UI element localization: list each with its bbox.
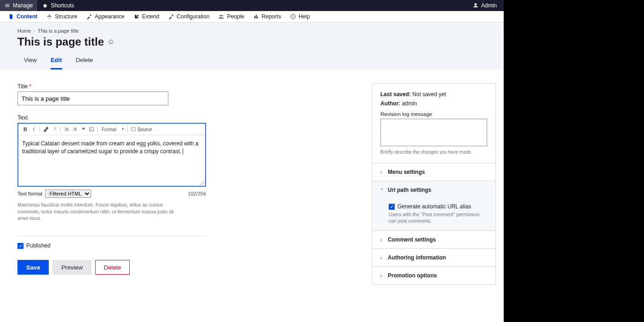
admin-user-link[interactable]: Admin	[468, 0, 501, 11]
manage-toggle[interactable]: Manage	[0, 0, 38, 11]
accordion-menu-settings[interactable]: › Menu settings	[372, 163, 495, 181]
accordion-url-path[interactable]: › Url path settings	[372, 181, 495, 199]
wrench-icon	[86, 14, 92, 19]
title-label: Title*	[17, 83, 206, 90]
accordion-comment-settings[interactable]: › Comment settings	[372, 230, 495, 248]
quote-button[interactable]: ❝	[79, 125, 87, 133]
sitemap-icon	[46, 14, 52, 19]
people-icon	[218, 14, 224, 19]
revision-log-hint: Briefly describe the changes you have ma…	[380, 150, 487, 155]
bold-button[interactable]: B	[21, 125, 29, 133]
hamburger-icon	[5, 3, 10, 8]
accordion-authoring[interactable]: › Authoring information	[372, 248, 495, 266]
menu-label: Help	[299, 13, 310, 20]
revision-log-label: Revision log message	[380, 111, 487, 117]
sidebar-panel: Last saved: Not saved yet Author: admin …	[372, 83, 496, 285]
text-format-select[interactable]: Filtered HTML	[45, 190, 91, 198]
barchart-icon	[253, 14, 259, 19]
checkbox-checked-icon: ✓	[389, 204, 395, 210]
unlink-button[interactable]	[50, 125, 58, 133]
menu-structure[interactable]: Structure	[42, 11, 82, 22]
save-button[interactable]: Save	[17, 260, 49, 275]
chevron-right-icon: ›	[34, 29, 35, 33]
menu-content[interactable]: Content	[4, 11, 42, 22]
file-icon	[8, 14, 14, 19]
page-title: This is page title	[17, 35, 104, 48]
admin-label: Admin	[481, 2, 497, 9]
italic-button[interactable]: I	[29, 125, 38, 133]
chevron-down-icon: ›	[380, 188, 385, 192]
menu-label: Configuration	[177, 13, 209, 20]
svg-point-3	[90, 128, 91, 129]
char-counter: 102/256	[188, 191, 206, 196]
resize-handle-icon[interactable]	[201, 181, 204, 185]
user-icon	[473, 3, 478, 8]
menu-extend[interactable]: Extend	[129, 11, 164, 22]
format-dropdown[interactable]: Format	[100, 126, 126, 133]
edit-form: Title* Text B I	[17, 83, 206, 285]
menu-label: Reports	[262, 13, 281, 20]
shortcuts-link[interactable]: Shortcuts	[38, 0, 79, 11]
preview-button[interactable]: Preview	[52, 260, 91, 275]
title-input[interactable]	[17, 92, 168, 105]
bullet-list-button[interactable]	[63, 125, 71, 133]
revision-log-input[interactable]	[380, 119, 487, 146]
manage-label: Manage	[13, 2, 33, 9]
chevron-right-icon: ›	[380, 169, 384, 175]
breadcrumb-home[interactable]: Home	[17, 28, 31, 34]
source-button[interactable]: Source	[130, 125, 153, 133]
chevron-right-icon: ›	[380, 255, 384, 260]
text-label: Text	[17, 115, 206, 121]
star-outline-icon[interactable]	[108, 39, 114, 45]
format-hint: Maecenas faucibus mollis interdum. Fusce…	[17, 201, 178, 222]
author: Author: admin	[380, 100, 487, 107]
url-path-body: ✓ Generate automatic URL alias Users wit…	[372, 199, 495, 230]
editor-toolbar: B I ❝	[18, 124, 205, 135]
text-format-label: Text format	[17, 191, 42, 196]
svg-text:?: ?	[292, 15, 294, 18]
menu-label: Structure	[55, 13, 77, 20]
menu-label: Extend	[142, 13, 159, 20]
accordion-promotion[interactable]: › Promotion options	[372, 266, 495, 284]
checkbox-checked-icon: ✓	[17, 243, 23, 249]
chevron-right-icon: ›	[380, 273, 384, 278]
link-button[interactable]	[42, 125, 50, 133]
menu-label: People	[227, 13, 244, 20]
black-sidebar-area	[504, 0, 644, 322]
star-icon	[42, 3, 48, 8]
rich-text-editor: B I ❝	[17, 123, 206, 187]
tab-edit[interactable]: Edit	[51, 53, 62, 69]
menu-configuration[interactable]: Configuration	[164, 11, 214, 22]
generate-alias-hint: Users with the "Post comment" permission…	[389, 212, 487, 224]
page-header: Home › This is a page title This is page…	[0, 23, 504, 69]
breadcrumb-current: This is a page title	[38, 28, 79, 34]
menu-appearance[interactable]: Appearance	[82, 11, 129, 22]
shortcuts-label: Shortcuts	[51, 2, 74, 9]
image-button[interactable]	[87, 125, 96, 133]
breadcrumb: Home › This is a page title	[17, 28, 486, 34]
generate-alias-checkbox[interactable]: ✓ Generate automatic URL alias	[389, 203, 487, 210]
delete-button[interactable]: Delete	[95, 260, 130, 275]
editor-body[interactable]: Typical Catalan dessert made from cream …	[18, 135, 205, 186]
published-checkbox[interactable]: ✓ Published	[17, 242, 206, 249]
menu-label: Appearance	[95, 13, 125, 20]
menu-reports[interactable]: Reports	[249, 11, 286, 22]
tab-view[interactable]: View	[24, 53, 37, 69]
menu-help[interactable]: ? Help	[286, 11, 315, 22]
menu-people[interactable]: People	[214, 11, 248, 22]
content-tabs: View Edit Delete	[17, 53, 486, 69]
wrench-icon	[168, 14, 174, 19]
puzzle-icon	[134, 14, 139, 19]
tab-delete[interactable]: Delete	[76, 53, 93, 69]
chevron-right-icon: ›	[380, 237, 384, 242]
svg-rect-4	[132, 128, 135, 131]
menu-label: Content	[17, 13, 37, 20]
last-saved: Last saved: Not saved yet	[380, 91, 487, 98]
help-icon: ?	[290, 14, 296, 19]
number-list-button[interactable]	[71, 125, 79, 133]
